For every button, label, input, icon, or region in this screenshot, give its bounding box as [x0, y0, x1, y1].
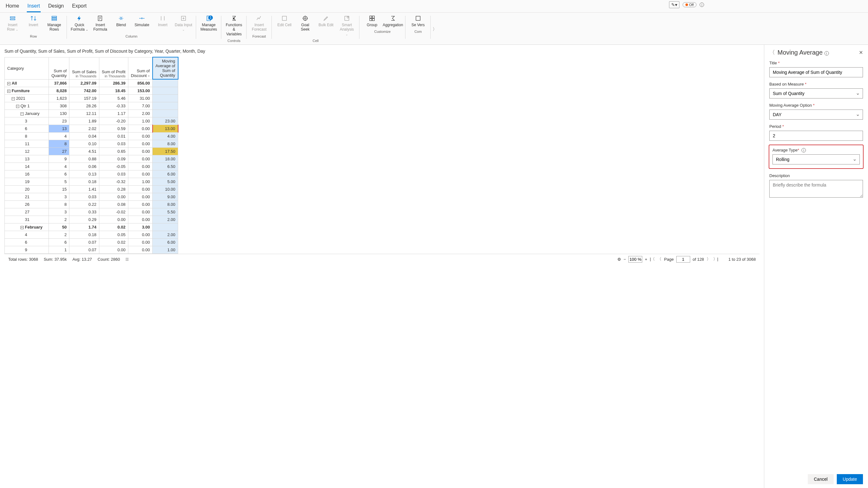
set-version-button[interactable]: Se Vers [409, 14, 428, 28]
desc-textarea[interactable] [769, 180, 863, 198]
table-cell[interactable]: 0.10 [69, 140, 99, 147]
table-cell[interactable]: 6.00 [153, 170, 178, 178]
table-cell[interactable]: 0.00 [128, 132, 153, 140]
table-cell[interactable]: 5.50 [153, 208, 178, 216]
table-cell[interactable]: 157.19 [69, 94, 99, 102]
column-header[interactable]: MovingAverage ofSum ofQuantity [153, 57, 178, 79]
column-header[interactable]: Category [5, 57, 49, 79]
table-cell[interactable]: 13.00 [153, 125, 178, 132]
title-input[interactable] [769, 67, 863, 77]
table-cell[interactable]: 4.51 [69, 147, 99, 155]
table-cell[interactable]: 5 [49, 178, 69, 185]
ribbon-scroll-right[interactable]: 〉 [431, 27, 439, 32]
table-cell[interactable]: 6 [49, 238, 69, 246]
row-header[interactable]: 11 [5, 140, 49, 147]
row-header[interactable]: 21 [5, 193, 49, 200]
table-cell[interactable]: -0.20 [99, 117, 128, 125]
table-cell[interactable]: 15 [49, 185, 69, 193]
row-header[interactable]: 3 [5, 117, 49, 125]
goal-seek-button[interactable]: Goal Seek [296, 14, 315, 37]
row-header[interactable]: 6 [5, 238, 49, 246]
table-cell[interactable]: 2 [49, 231, 69, 238]
table-cell[interactable]: 0.00 [128, 208, 153, 216]
option-select[interactable] [769, 110, 863, 120]
period-input[interactable] [769, 131, 863, 141]
table-cell[interactable]: 10.00 [153, 185, 178, 193]
table-cell[interactable]: 23 [49, 117, 69, 125]
manage-rows-button[interactable]: Manage Rows [45, 14, 64, 33]
table-cell[interactable]: 18.00 [153, 155, 178, 163]
table-cell[interactable]: 0.18 [69, 231, 99, 238]
insert-formula-button[interactable]: Insert Formula [91, 14, 110, 33]
row-header[interactable]: −January [5, 110, 49, 117]
toggle-icon[interactable]: − [21, 112, 24, 116]
table-cell[interactable]: 1.17 [99, 110, 128, 117]
tab-export[interactable]: Export [71, 2, 87, 12]
manage-measures-button[interactable]: 1Manage Measures [199, 14, 218, 33]
row-header[interactable]: −February [5, 223, 49, 231]
table-cell[interactable]: 0.00 [99, 193, 128, 200]
table-cell[interactable]: -0.32 [99, 178, 128, 185]
table-cell[interactable]: 0.33 [69, 208, 99, 216]
table-cell[interactable]: 0.00 [128, 193, 153, 200]
table-cell[interactable]: 1.41 [69, 185, 99, 193]
table-cell[interactable] [153, 87, 178, 94]
table-cell[interactable]: 0.06 [69, 163, 99, 170]
table-cell[interactable]: 4 [49, 132, 69, 140]
table-cell[interactable]: 8.00 [153, 200, 178, 208]
table-cell[interactable]: 1 [49, 246, 69, 254]
functions-variables-button[interactable]: xFunctions & Variables [224, 14, 243, 37]
cancel-button[interactable]: Cancel [808, 474, 834, 484]
row-header[interactable]: −Furniture [5, 87, 49, 94]
table-cell[interactable]: 2.00 [153, 216, 178, 223]
table-cell[interactable]: 6.00 [153, 238, 178, 246]
table-cell[interactable]: 7.00 [128, 102, 153, 110]
table-cell[interactable]: 18.45 [99, 87, 128, 94]
table-cell[interactable]: 4.00 [153, 132, 178, 140]
table-cell[interactable]: 308 [49, 102, 69, 110]
table-cell[interactable]: 0.00 [128, 147, 153, 155]
table-cell[interactable]: 0.00 [128, 238, 153, 246]
table-cell[interactable]: 6.50 [153, 163, 178, 170]
column-header[interactable]: Sum ofDiscount ≡ [128, 57, 153, 79]
table-cell[interactable]: 0.07 [69, 238, 99, 246]
table-cell[interactable]: 0.00 [128, 170, 153, 178]
table-cell[interactable]: 1.89 [69, 117, 99, 125]
table-cell[interactable]: 0.07 [69, 246, 99, 254]
table-cell[interactable]: 0.01 [99, 132, 128, 140]
tab-design[interactable]: Design [48, 2, 65, 12]
table-cell[interactable]: 0.00 [99, 216, 128, 223]
row-header[interactable]: 14 [5, 163, 49, 170]
table-cell[interactable]: 2 [49, 216, 69, 223]
table-cell[interactable]: 1.74 [69, 223, 99, 231]
table-cell[interactable]: 0.08 [99, 200, 128, 208]
table-cell[interactable]: 153.00 [128, 87, 153, 94]
table-cell[interactable]: 17.50 [153, 147, 178, 155]
table-cell[interactable]: 37,866 [49, 79, 69, 87]
info-icon[interactable]: i [802, 148, 806, 152]
table-cell[interactable]: 5.00 [153, 178, 178, 185]
table-cell[interactable]: 0.28 [99, 185, 128, 193]
row-header[interactable]: −2021 [5, 94, 49, 102]
blend-button[interactable]: Blend [112, 14, 130, 33]
group-button[interactable]: Group [363, 14, 381, 28]
table-cell[interactable]: 31.00 [128, 94, 153, 102]
table-cell[interactable]: 0.03 [69, 193, 99, 200]
table-cell[interactable]: 286.39 [99, 79, 128, 87]
row-header[interactable]: 27 [5, 208, 49, 216]
column-header[interactable]: Sum ofQuantity [49, 57, 69, 79]
table-cell[interactable]: 0.04 [69, 132, 99, 140]
panel-close-icon[interactable]: ✕ [859, 50, 863, 56]
table-cell[interactable]: 3 [49, 208, 69, 216]
table-cell[interactable]: 50 [49, 223, 69, 231]
table-cell[interactable]: 0.00 [128, 185, 153, 193]
table-cell[interactable]: 1.00 [153, 246, 178, 254]
table-cell[interactable]: 8,028 [49, 87, 69, 94]
page-last[interactable]: 〉| [713, 256, 718, 262]
row-header[interactable]: 13 [5, 155, 49, 163]
quick-formula-button[interactable]: Quick Formula ⌄ [70, 14, 89, 33]
table-cell[interactable]: 0.02 [99, 238, 128, 246]
table-cell[interactable]: 0.18 [69, 178, 99, 185]
table-cell[interactable]: 5.46 [99, 94, 128, 102]
table-cell[interactable]: 8 [49, 140, 69, 147]
